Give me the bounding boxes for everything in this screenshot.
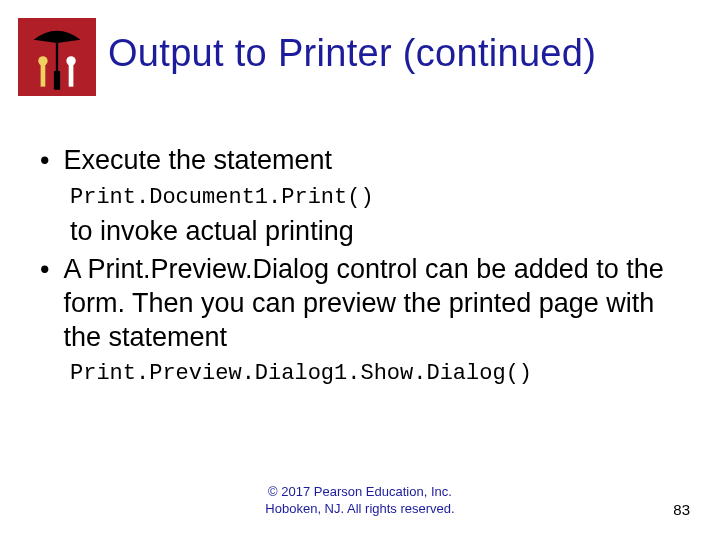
page-number: 83 — [673, 501, 690, 518]
bullet-2: • A Print.Preview.Dialog control can be … — [40, 253, 680, 354]
bullet-2-text: A Print.Preview.Dialog control can be ad… — [63, 253, 680, 354]
svg-rect-5 — [69, 65, 74, 87]
footer-line-1: © 2017 Pearson Education, Inc. — [0, 484, 720, 501]
code-line-2: Print.Preview.Dialog1.Show.Dialog() — [70, 360, 680, 388]
slide: Output to Printer (continued) • Execute … — [0, 0, 720, 540]
slide-title: Output to Printer (continued) — [108, 32, 596, 75]
svg-rect-6 — [54, 71, 60, 90]
copyright-footer: © 2017 Pearson Education, Inc. Hoboken, … — [0, 484, 720, 518]
bullet-1: • Execute the statement — [40, 144, 680, 178]
bullet-dot: • — [40, 144, 49, 178]
logo-icon — [18, 18, 96, 96]
slide-body: • Execute the statement Print.Document1.… — [40, 140, 680, 392]
bullet-1-continuation: to invoke actual printing — [70, 215, 680, 249]
code-line-1: Print.Document1.Print() — [70, 184, 680, 212]
svg-rect-3 — [41, 65, 46, 87]
footer-line-2: Hoboken, NJ. All rights reserved. — [0, 501, 720, 518]
svg-point-4 — [66, 56, 75, 65]
bullet-1-text: Execute the statement — [63, 144, 680, 178]
svg-point-2 — [38, 56, 47, 65]
bullet-dot: • — [40, 253, 49, 287]
